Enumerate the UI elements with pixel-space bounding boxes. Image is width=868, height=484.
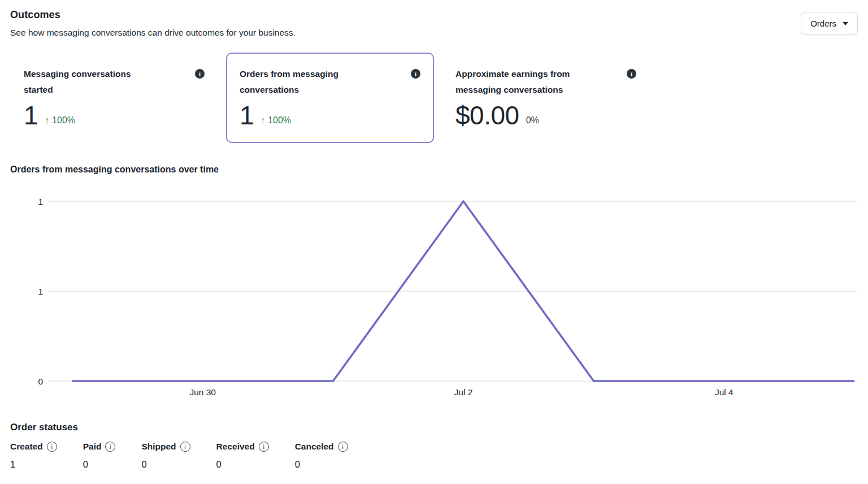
order-status-value: 0 xyxy=(83,459,116,470)
card-messaging-conversations-started[interactable]: Messaging conversations started i 1 ↑100… xyxy=(10,53,218,143)
x-axis-tick-label: Jun 30 xyxy=(189,387,216,397)
order-status-value: 0 xyxy=(295,459,348,470)
info-icon[interactable]: i xyxy=(180,442,190,452)
x-axis-tick-label: Jul 4 xyxy=(715,387,734,397)
card-delta: 0% xyxy=(526,115,539,128)
card-title: Approximate earnings from messaging conv… xyxy=(455,66,579,98)
order-status-label: Paidi xyxy=(83,442,116,452)
order-status-label: Createdi xyxy=(10,442,57,452)
info-icon[interactable]: i xyxy=(195,69,205,79)
card-delta: ↑100% xyxy=(261,115,291,128)
orders-over-time-chart: 110Jun 30Jul 2Jul 4 xyxy=(0,190,868,410)
order-status-col-created: Createdi1 xyxy=(10,442,57,470)
card-value: 1 xyxy=(24,102,38,128)
card-title: Orders from messaging conversations xyxy=(240,66,363,98)
info-icon[interactable]: i xyxy=(259,442,269,452)
order-status-col-received: Receivedi0 xyxy=(216,442,269,470)
order-status-value: 0 xyxy=(141,459,190,470)
order-status-value: 0 xyxy=(216,459,269,470)
metric-select-dropdown[interactable]: Orders xyxy=(801,12,858,35)
line-chart-canvas: 110Jun 30Jul 2Jul 4 xyxy=(0,190,868,410)
order-statuses-row: Createdi1Paidi0Shippedi0Receivedi0Cancel… xyxy=(10,442,858,470)
info-icon[interactable]: i xyxy=(338,442,348,452)
order-statuses-title: Order statuses xyxy=(10,422,858,433)
outcomes-page: Outcomes See how messaging conversations… xyxy=(0,0,868,484)
card-orders-from-messaging-conversations[interactable]: Orders from messaging conversations i 1 … xyxy=(226,53,434,143)
card-value: $0.00 xyxy=(455,102,519,128)
y-axis-tick-label: 1 xyxy=(38,197,43,206)
info-icon[interactable]: i xyxy=(627,69,636,79)
order-status-value: 1 xyxy=(10,459,57,470)
arrow-up-icon: ↑ xyxy=(45,115,49,125)
info-icon[interactable]: i xyxy=(105,442,115,452)
arrow-up-icon: ↑ xyxy=(261,115,265,125)
chart-title: Orders from messaging conversations over… xyxy=(10,165,858,175)
y-axis-tick-label: 0 xyxy=(38,377,43,386)
card-value: 1 xyxy=(240,102,254,128)
order-status-label: Shippedi xyxy=(141,442,190,452)
order-status-label: Canceledi xyxy=(295,442,348,452)
card-approximate-earnings[interactable]: Approximate earnings from messaging conv… xyxy=(442,53,650,143)
order-status-col-paid: Paidi0 xyxy=(83,442,116,470)
page-header: Outcomes See how messaging conversations… xyxy=(10,9,858,38)
metric-select-dropdown-label: Orders xyxy=(810,19,836,28)
page-subtitle: See how messaging conversations can driv… xyxy=(10,28,296,38)
info-icon[interactable]: i xyxy=(411,69,420,79)
order-status-col-canceled: Canceledi0 xyxy=(295,442,348,470)
y-axis-tick-label: 1 xyxy=(38,287,43,296)
order-status-col-shipped: Shippedi0 xyxy=(141,442,190,470)
card-delta: ↑100% xyxy=(45,115,75,128)
info-icon[interactable]: i xyxy=(47,442,57,452)
x-axis-tick-label: Jul 2 xyxy=(454,387,473,397)
metric-cards: Messaging conversations started i 1 ↑100… xyxy=(10,53,858,143)
order-status-label: Receivedi xyxy=(216,442,269,452)
chevron-down-icon xyxy=(843,22,848,25)
header-text: Outcomes See how messaging conversations… xyxy=(10,9,296,38)
page-title: Outcomes xyxy=(10,9,296,21)
card-title: Messaging conversations started xyxy=(24,66,147,98)
